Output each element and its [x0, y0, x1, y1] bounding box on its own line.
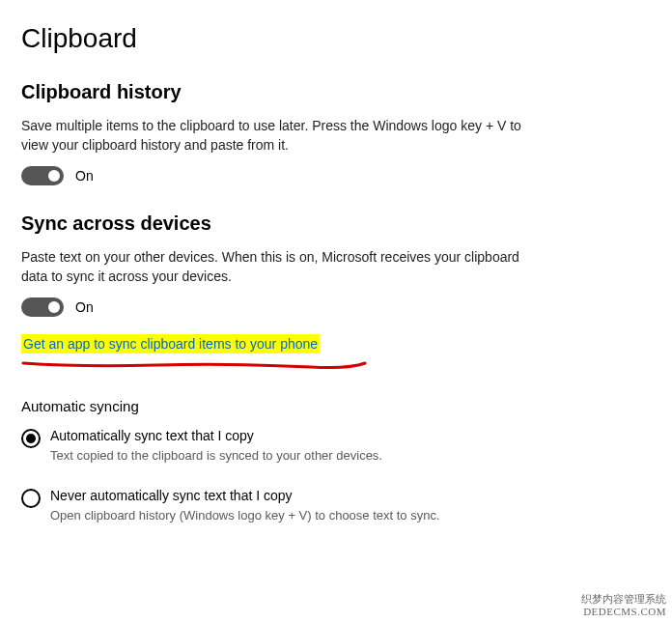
sync-devices-toggle-row: On — [21, 297, 651, 317]
sync-devices-toggle-label: On — [75, 299, 94, 315]
radio-option-never-sync[interactable]: Never automatically sync text that I cop… — [21, 488, 651, 524]
radio-description: Open clipboard history (Windows logo key… — [50, 507, 440, 524]
radio-description: Text copied to the clipboard is synced t… — [50, 447, 382, 465]
radio-button-icon — [21, 429, 41, 448]
radio-label: Never automatically sync text that I cop… — [50, 488, 440, 503]
sync-devices-description: Paste text on your other devices. When t… — [21, 248, 543, 286]
watermark-line2: DEDECMS.COM — [581, 606, 666, 618]
sync-devices-toggle[interactable] — [21, 297, 64, 317]
clipboard-history-description: Save multiple items to the clipboard to … — [21, 117, 543, 155]
clipboard-history-toggle-row: On — [21, 166, 651, 185]
watermark-line1: 织梦内容管理系统 — [581, 593, 666, 606]
watermark: 织梦内容管理系统 DEDECMS.COM — [581, 593, 666, 618]
get-app-link[interactable]: Get an app to sync clipboard items to yo… — [21, 334, 320, 353]
clipboard-history-heading: Clipboard history — [21, 81, 651, 103]
clipboard-history-toggle[interactable] — [21, 166, 64, 185]
automatic-syncing-heading: Automatic syncing — [21, 398, 651, 414]
sync-devices-heading: Sync across devices — [21, 212, 651, 235]
clipboard-history-toggle-label: On — [75, 168, 94, 184]
annotation-underline — [21, 357, 369, 373]
page-title: Clipboard — [21, 23, 651, 54]
radio-button-icon — [21, 489, 41, 508]
radio-label: Automatically sync text that I copy — [50, 428, 382, 443]
radio-option-auto-sync[interactable]: Automatically sync text that I copy Text… — [21, 428, 651, 465]
